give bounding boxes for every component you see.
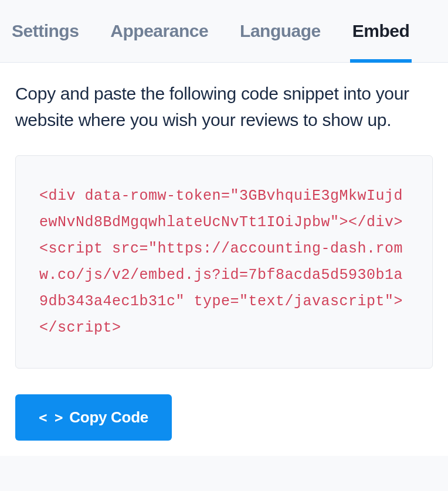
code-icon: < > (39, 410, 62, 426)
copy-code-button[interactable]: < > Copy Code (15, 394, 172, 441)
code-snippet-box[interactable]: <div data-romw-token="3GBvhquiE3gMkwIujd… (15, 155, 433, 369)
copy-code-label: Copy Code (69, 408, 148, 427)
code-snippet-text: <div data-romw-token="3GBvhquiE3gMkwIujd… (39, 183, 409, 341)
embed-panel: Copy and paste the following code snippe… (0, 63, 448, 456)
tab-bar: Settings Appearance Language Embed (0, 0, 448, 63)
tab-settings[interactable]: Settings (12, 0, 79, 63)
tab-appearance[interactable]: Appearance (110, 0, 208, 63)
tab-embed[interactable]: Embed (352, 0, 410, 63)
instruction-text: Copy and paste the following code snippe… (15, 80, 433, 133)
tab-language[interactable]: Language (240, 0, 321, 63)
